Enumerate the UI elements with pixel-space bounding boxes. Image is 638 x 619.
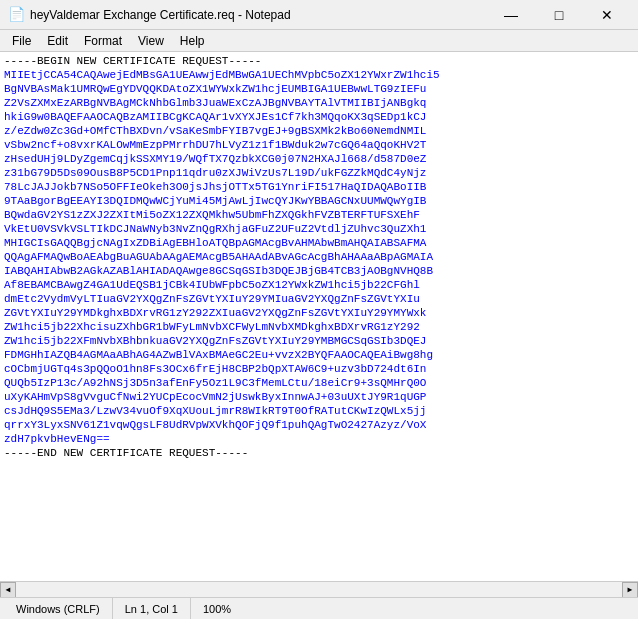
certificate-text: -----BEGIN NEW CERTIFICATE REQUEST----- … [4, 54, 634, 460]
menu-edit[interactable]: Edit [39, 30, 76, 51]
app-icon: 📄 [8, 7, 24, 23]
status-sections: Windows (CRLF) Ln 1, Col 1 100% [4, 598, 243, 620]
window-title: heyValdemar Exchange Certificate.req - N… [30, 8, 291, 22]
menu-view[interactable]: View [130, 30, 172, 51]
scroll-left-button[interactable]: ◀ [0, 582, 16, 598]
title-bar-controls: — □ ✕ [488, 1, 630, 29]
title-bar-left: 📄 heyValdemar Exchange Certificate.req -… [8, 7, 291, 23]
maximize-button[interactable]: □ [536, 1, 582, 29]
close-button[interactable]: ✕ [584, 1, 630, 29]
menu-bar: File Edit Format View Help [0, 30, 638, 52]
horizontal-scrollbar[interactable]: ◀ ▶ [0, 581, 638, 597]
menu-file[interactable]: File [4, 30, 39, 51]
scroll-right-button[interactable]: ▶ [622, 582, 638, 598]
minimize-button[interactable]: — [488, 1, 534, 29]
line-col-status: Ln 1, Col 1 [112, 598, 190, 620]
menu-format[interactable]: Format [76, 30, 130, 51]
title-bar: 📄 heyValdemar Exchange Certificate.req -… [0, 0, 638, 30]
menu-help[interactable]: Help [172, 30, 213, 51]
text-editor-area[interactable]: -----BEGIN NEW CERTIFICATE REQUEST----- … [0, 52, 638, 581]
scroll-track[interactable] [16, 582, 622, 598]
zoom-status: 100% [190, 598, 243, 620]
status-bar: Windows (CRLF) Ln 1, Col 1 100% [0, 597, 638, 619]
encoding-status: Windows (CRLF) [4, 598, 112, 620]
